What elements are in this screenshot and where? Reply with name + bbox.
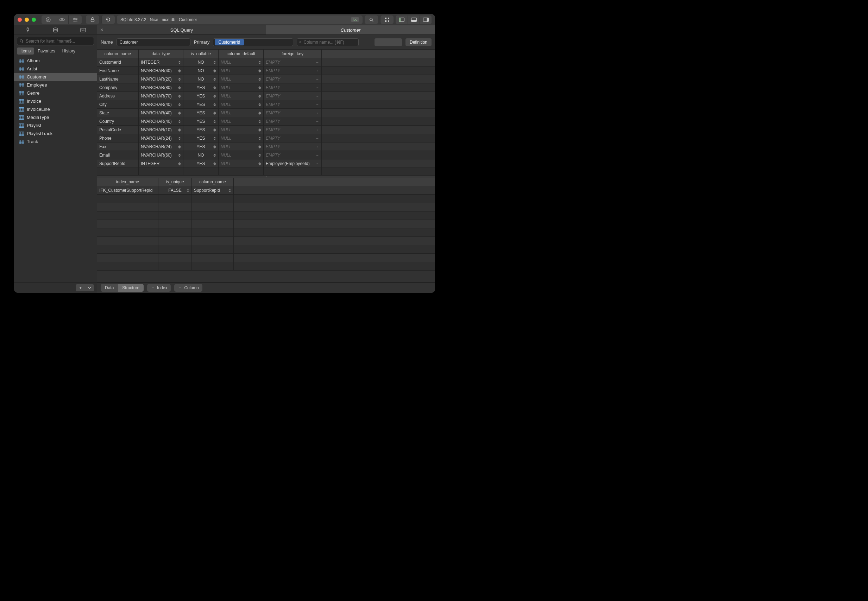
cell-default[interactable]: NULL [218, 100, 264, 108]
stepper-icon[interactable] [213, 136, 217, 141]
column-row[interactable]: CustomerIdINTEGERNONULLEMPTY→ [97, 58, 435, 67]
seg-favorites[interactable]: Favorites [34, 47, 58, 55]
cell-nullable[interactable]: YES [183, 126, 218, 134]
column-search[interactable] [297, 38, 358, 46]
stepper-icon[interactable] [258, 144, 262, 149]
cell-default[interactable]: NULL [218, 134, 264, 142]
cell-foreign-key[interactable]: EMPTY→ [264, 83, 322, 92]
cell-is-unique[interactable]: FALSE [159, 186, 192, 194]
cell-data-type[interactable]: NVARCHAR(40) [139, 100, 183, 108]
stepper-icon[interactable] [258, 102, 262, 107]
minimize-window-button[interactable] [24, 18, 29, 22]
cell-data-type[interactable]: NVARCHAR(40) [139, 117, 183, 125]
cell-foreign-key[interactable]: EMPTY→ [264, 126, 322, 134]
sql-icon[interactable]: SQL [69, 25, 97, 35]
cell-default[interactable]: NULL [218, 159, 264, 168]
cell-data-type[interactable]: NVARCHAR(80) [139, 83, 183, 92]
column-row[interactable]: EmailNVARCHAR(60)NONULLEMPTY→ [97, 151, 435, 159]
cell-data-type[interactable]: NVARCHAR(40) [139, 109, 183, 117]
cell-column-name[interactable]: Fax [97, 142, 139, 151]
cell-nullable[interactable]: YES [183, 92, 218, 100]
zoom-window-button[interactable] [32, 18, 36, 22]
stepper-icon[interactable] [178, 161, 182, 166]
sidebar-item-album[interactable]: Album [14, 56, 97, 65]
stepper-icon[interactable] [258, 68, 262, 73]
cell-default[interactable]: NULL [218, 109, 264, 117]
stepper-icon[interactable] [213, 76, 217, 82]
stepper-icon[interactable] [178, 85, 182, 90]
cell-foreign-key[interactable]: EMPTY→ [264, 134, 322, 142]
cell-column-name[interactable]: Phone [97, 134, 139, 142]
arrow-right-icon[interactable]: → [315, 60, 319, 65]
cell-data-type[interactable]: NVARCHAR(20) [139, 75, 183, 83]
col-header-nullable[interactable]: is_nullable [183, 50, 218, 58]
sidebar-item-playlisttrack[interactable]: PlaylistTrack [14, 130, 97, 137]
seg-history[interactable]: History [59, 47, 79, 55]
column-row[interactable]: FaxNVARCHAR(24)YESNULLEMPTY→ [97, 142, 435, 151]
column-row[interactable]: StateNVARCHAR(40)YESNULLEMPTY→ [97, 109, 435, 117]
cell-nullable[interactable]: YES [183, 159, 218, 168]
cell-column-name[interactable]: Country [97, 117, 139, 125]
column-row[interactable]: PostalCodeNVARCHAR(10)YESNULLEMPTY→ [97, 126, 435, 134]
stepper-icon[interactable] [213, 110, 217, 116]
cell-default[interactable]: NULL [218, 117, 264, 125]
search-icon[interactable] [365, 15, 378, 24]
column-row[interactable]: CompanyNVARCHAR(80)YESNULLEMPTY→ [97, 83, 435, 92]
stepper-icon[interactable] [213, 153, 217, 158]
stepper-icon[interactable] [258, 136, 262, 141]
stepper-icon[interactable] [213, 93, 217, 99]
cell-nullable[interactable]: NO [183, 75, 218, 83]
close-tab-icon[interactable]: ✕ [100, 27, 104, 32]
tab-customer[interactable]: Customer [266, 25, 435, 35]
breadcrumb[interactable]: SQLite 3.27.2 : Nice : nice.db : Custome… [117, 15, 363, 24]
sidebar-search[interactable] [17, 37, 94, 46]
arrow-right-icon[interactable]: → [315, 110, 319, 115]
cell-column-name[interactable]: CustomerId [97, 58, 139, 66]
stepper-icon[interactable] [213, 161, 217, 166]
view-structure[interactable]: Structure [118, 284, 143, 292]
arrow-right-icon[interactable]: → [315, 77, 319, 82]
definition-button[interactable]: Definition [406, 38, 432, 46]
stepper-icon[interactable] [258, 161, 262, 166]
cell-column-name[interactable]: Email [97, 151, 139, 159]
cell-column-name[interactable]: Address [97, 92, 139, 100]
stepper-icon[interactable] [213, 102, 217, 107]
stepper-icon[interactable] [213, 85, 217, 90]
cell-foreign-key[interactable]: Employee(EmployeeId)→ [264, 159, 322, 168]
stepper-icon[interactable] [258, 119, 262, 124]
cell-nullable[interactable]: YES [183, 142, 218, 151]
cell-data-type[interactable]: NVARCHAR(70) [139, 92, 183, 100]
sidebar-item-track[interactable]: Track [14, 137, 97, 146]
stepper-icon[interactable] [258, 76, 262, 82]
stepper-icon[interactable] [258, 85, 262, 90]
lock-icon[interactable] [86, 15, 99, 24]
cell-data-type[interactable]: NVARCHAR(10) [139, 126, 183, 134]
stepper-icon[interactable] [178, 93, 182, 99]
panel-right-icon[interactable] [420, 15, 432, 24]
cell-column-name[interactable]: State [97, 109, 139, 117]
column-row[interactable]: PhoneNVARCHAR(24)YESNULLEMPTY→ [97, 134, 435, 142]
column-search-input[interactable] [304, 40, 356, 45]
arrow-right-icon[interactable]: → [315, 127, 319, 132]
arrow-right-icon[interactable]: → [315, 161, 319, 166]
stepper-icon[interactable] [178, 76, 182, 82]
cell-index-column[interactable]: SupportRepId [192, 186, 234, 194]
close-window-button[interactable] [18, 18, 22, 22]
arrow-right-icon[interactable]: → [315, 144, 319, 149]
add-column-button[interactable]: ＋ Column [174, 284, 202, 292]
column-row[interactable]: LastNameNVARCHAR(20)NONULLEMPTY→ [97, 75, 435, 83]
sidebar-item-invoice[interactable]: Invoice [14, 97, 97, 105]
cell-foreign-key[interactable]: EMPTY→ [264, 58, 322, 66]
cell-default[interactable]: NULL [218, 92, 264, 100]
stepper-icon[interactable] [213, 119, 217, 124]
cell-foreign-key[interactable]: EMPTY→ [264, 92, 322, 100]
connections-icon[interactable] [14, 25, 41, 35]
cell-default[interactable]: NULL [218, 142, 264, 151]
add-index-button[interactable]: ＋ Index [147, 284, 171, 292]
cell-data-type[interactable]: NVARCHAR(40) [139, 67, 183, 75]
eye-icon[interactable] [55, 15, 68, 24]
cell-foreign-key[interactable]: EMPTY→ [264, 142, 322, 151]
column-row[interactable]: AddressNVARCHAR(70)YESNULLEMPTY→ [97, 92, 435, 100]
column-row[interactable]: CityNVARCHAR(40)YESNULLEMPTY→ [97, 100, 435, 109]
cell-nullable[interactable]: YES [183, 117, 218, 125]
